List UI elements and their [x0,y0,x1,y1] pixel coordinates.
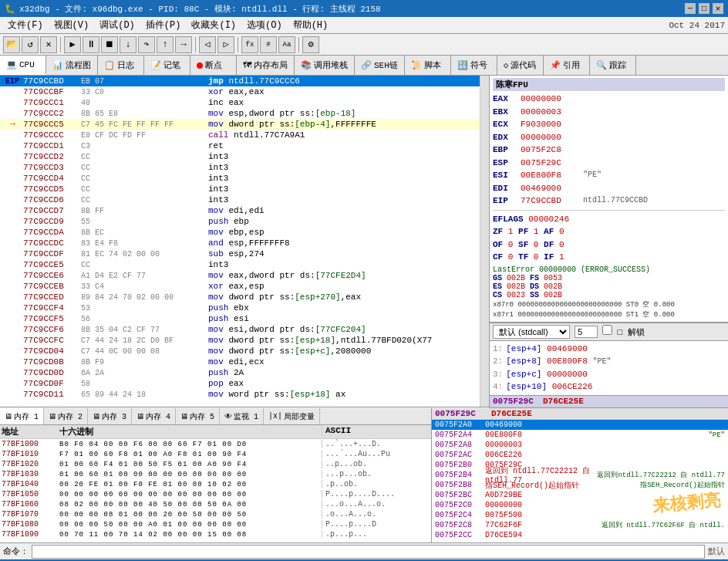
cmd-input[interactable] [32,545,705,559]
tab-log[interactable]: 📋 日志 [98,56,144,75]
flag-val[interactable]: 0 [508,240,514,249]
mem-row[interactable]: 77BF1000B0 F0 04 00 00 F6 00 00 60 F7 01… [0,439,431,449]
disasm-row[interactable]: 77C9CD11 65 89 44 24 18 mov word ptr ss:… [0,389,480,400]
tab-script[interactable]: 📜 脚本 [405,56,451,75]
tb-stop[interactable]: ⏹ [101,36,118,53]
mem2-right-row[interactable]: 0075F2C000000000 [432,500,728,510]
call-item-val[interactable]: 00000000 [547,370,588,379]
mem2-right-row[interactable]: 0075F2A400E800F8"PE" [432,430,728,440]
tab-cpu[interactable]: 💻 CPU [0,56,46,75]
stdcall-num-input[interactable] [575,326,598,338]
disasm-panel[interactable]: EIP 77C9CCBD EB 07 jmp ntdll.77C9CCC6 77… [0,76,489,407]
mem2-right-row[interactable]: 0075F2B8指SEH_Record()起始指针指SEH_Record()起始… [432,480,728,490]
disasm-row[interactable]: 77C9CCD1 C3 ret [0,140,480,151]
tb-settings[interactable]: ⚙ [302,36,319,53]
disasm-scrollbar[interactable] [480,76,489,407]
flag-val[interactable]: 1 [534,227,539,236]
tab-symbols[interactable]: 🔣 符号 [451,56,497,75]
mem2-right-row[interactable]: 0075F2C40075F500 [432,510,728,520]
flag-val[interactable]: 0 [534,252,539,262]
tab-breakpoints[interactable]: 断点 [190,56,237,75]
reg-value[interactable]: 0075F29C [521,157,578,170]
tb-str[interactable]: Aa [278,36,295,53]
mem-row[interactable]: 77BF102001 00 60 F4 01 00 50 F5 01 00 A0… [0,459,431,469]
menu-help[interactable]: 帮助(H) [288,17,333,33]
mem-row[interactable]: 77BF109000 70 11 00 70 14 02 00 00 00 15… [0,529,431,539]
tab-memmap[interactable]: 🗺 内存布局 [237,56,295,75]
disasm-row[interactable]: → 77C9CCC5 C7 45 FC FE FF FF FF mov dwor… [0,119,480,130]
mem-row[interactable]: 77BF104000 20 FE 01 00 F0 FE 01 00 00 10… [0,479,431,489]
disasm-row[interactable]: 77C9CCD7 8B FF mov edi,edi [0,205,480,216]
disasm-row[interactable]: 77C9CCD4 CC int3 [0,173,480,184]
mem2-right-row[interactable]: 0075F2A000469000 [432,420,728,430]
mem-tab-2[interactable]: 🖥 内存 2 [44,408,88,424]
close-btn[interactable]: ✕ [713,3,723,14]
minimize-btn[interactable]: ─ [685,3,696,14]
mem-tab-1[interactable]: 🖥 内存 1 [0,408,44,424]
tb-restart[interactable]: ↺ [22,36,39,53]
disasm-row[interactable]: 77C9CCED 89 84 24 70 02 00 00 mov dword … [0,292,480,302]
mem2-row[interactable]: 0075F2A000469000 [490,407,728,408]
flag-val[interactable]: 1 [508,227,514,236]
disasm-row[interactable]: 77C9CCE6 A1 D4 E2 CF 77 mov eax,dword pt… [0,270,480,281]
tb-asm[interactable]: fx [241,36,258,53]
disasm-row[interactable]: 77C9CCD5 CC int3 [0,184,480,194]
tab-refs[interactable]: 📌 引用 [544,56,590,75]
reg-value[interactable]: 00E800F8 [521,169,578,182]
tab-notes[interactable]: 📝 记笔 [144,56,190,75]
disasm-row[interactable]: 77C9CCDC 83 E4 F8 and esp,FFFFFFF8 [0,238,480,248]
reg-value[interactable]: 0075F2C8 [521,144,578,157]
flag-val[interactable]: 0 [559,240,565,249]
tb-back[interactable]: ◁ [199,36,216,53]
tb-step-into[interactable]: ↓ [120,36,136,53]
reg-value[interactable]: 00469000 [521,182,578,195]
mem-row[interactable]: 77BF103001 00 60 01 00 00 00 00 00 00 00… [0,469,431,479]
disasm-row[interactable]: 77C9CCD6 CC int3 [0,194,480,205]
maximize-btn[interactable]: □ [699,3,709,14]
mem-tab-4[interactable]: 🖥 内存 4 [132,408,176,424]
call-item-val[interactable]: 006CE226 [552,382,593,391]
mem2-right-row[interactable]: 0075F2A800000003 [432,440,728,450]
disasm-row[interactable]: 77C9CCC1 40 inc eax [0,97,480,108]
disasm-row[interactable]: EIP 77C9CCBD EB 07 jmp ntdll.77C9CCC6 [0,76,480,86]
disasm-row[interactable]: 77C9CCD3 CC int3 [0,162,480,173]
mem-row[interactable]: 77BF108000 00 00 50 00 00 A0 01 00 00 00… [0,519,431,529]
tb-step-over[interactable]: ↷ [138,36,155,53]
disasm-row[interactable]: 77C9CCD2 CC int3 [0,151,480,162]
mem2-right-row[interactable]: 0075F2C877C62F6F返回到 ntdll.77C62F6F 自 ntd… [432,520,728,530]
flag-val[interactable]: 0 [559,227,565,236]
unlock-checkbox[interactable] [602,325,612,335]
disasm-row[interactable]: 77C9CCFC C7 44 24 18 2C D0 BF mov dword … [0,335,480,346]
disasm-row[interactable]: 77C9CCBF 33 C0 xor eax,eax [0,86,480,97]
disasm-row[interactable]: 77C9CD04 C7 44 0C 00 00 08 mov dword ptr… [0,346,480,357]
tb-run-to-cursor[interactable]: → [175,36,192,53]
disasm-row[interactable]: 77C9CD0D 6A 2A push 2A [0,367,480,378]
mem-row[interactable]: 77BF106008 02 00 00 00 00 40 50 00 00 50… [0,499,431,509]
mem-tab-3[interactable]: 🖥 内存 3 [88,408,132,424]
mem2-right-row[interactable]: 0075F2BCA0D729BE [432,490,728,500]
mem-row[interactable]: 77BF105000 00 00 00 00 00 00 00 00 00 00… [0,489,431,499]
mem2-right-row[interactable]: 0075F2AC006CE226 [432,450,728,460]
mem-row[interactable]: 77BF107000 00 00 08 01 00 00 20 00 50 00… [0,509,431,519]
tab-source[interactable]: ◇ 源代码 [497,56,544,75]
menu-options[interactable]: 选项(O) [242,17,287,33]
tb-hex[interactable]: # [260,36,277,53]
call-item-val[interactable]: 00E800F8 [547,357,588,366]
mem2-right-row[interactable]: 0075F2B4返回到 ntdll.77C22212 自 ntdll.77返回到… [432,470,728,480]
tb-run[interactable]: ▶ [64,36,81,53]
reg-value[interactable]: 00000000 [521,131,578,144]
disasm-row[interactable]: 77C9CCDA 8B EC mov ebp,esp [0,227,480,238]
mem-content[interactable]: 地址 十六进制 ASCII 77BF1000B0 F0 04 00 00 F6 … [0,425,431,542]
mem-row[interactable]: 77BF1010F7 01 00 60 F8 01 00 A0 F8 01 00… [0,449,431,459]
menu-debug[interactable]: 调试(D) [95,17,140,33]
menu-view[interactable]: 视图(V) [49,17,94,33]
disasm-row[interactable]: 77C9CCC2 8B 65 E8 mov esp,dword ptr ss:[… [0,108,480,119]
menu-favorites[interactable]: 收藏夹(I) [187,17,241,33]
mem-tab-locals[interactable]: |x| 局部变量 [264,408,320,424]
disasm-row[interactable]: 77C9CCF5 56 push esi [0,313,480,324]
tb-open[interactable]: 📂 [3,36,20,53]
tab-flowchart[interactable]: 📊 流程图 [46,56,98,75]
stdcall-select[interactable]: 默认 (stdcall) [493,325,570,339]
tab-trace[interactable]: 🔍 跟踪 [590,56,636,75]
disasm-row[interactable]: 77C9CD0B 8B F9 mov edi,ecx [0,357,480,367]
